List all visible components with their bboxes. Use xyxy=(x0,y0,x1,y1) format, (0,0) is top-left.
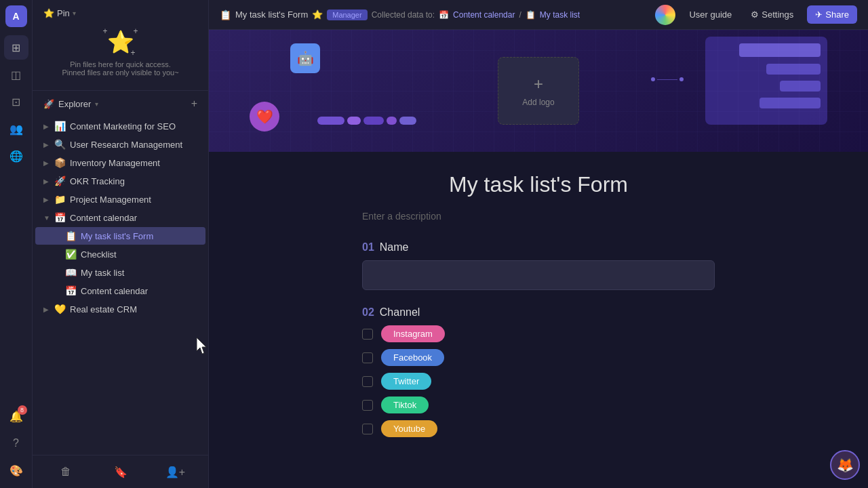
name-input[interactable] xyxy=(362,260,715,290)
item-icon: 📅 xyxy=(65,285,77,296)
icon-sidebar: A ⊞ ◫ ⊡ 👥 🌐 🔔 8 ? 🎨 xyxy=(0,0,33,488)
field-number-01: 01 xyxy=(362,241,374,253)
field-label-name: 01 Name xyxy=(362,241,715,253)
tree-item-label: My task list xyxy=(81,268,124,278)
chevron-down-icon: ▾ xyxy=(95,100,98,108)
field-name-label: Name xyxy=(380,241,409,253)
channel-checkbox-youtube[interactable] xyxy=(362,424,373,434)
field-channel-label: Channel xyxy=(380,306,420,319)
channel-tag-twitter[interactable]: Twitter xyxy=(381,373,431,390)
avatar[interactable]: A xyxy=(5,5,27,27)
settings-button[interactable]: ⚙ Settings xyxy=(745,7,799,22)
tree-item-label: Content Marketing for SEO xyxy=(70,121,176,131)
assistant-avatar[interactable]: 🦊 xyxy=(830,450,860,480)
tree-item-checklist[interactable]: ✅ Checklist xyxy=(35,245,205,263)
explorer-add-button[interactable]: + xyxy=(191,98,197,110)
channel-checkbox-instagram[interactable] xyxy=(362,329,373,340)
arrow-icon: ▶ xyxy=(43,306,52,313)
item-icon: 💛 xyxy=(54,304,66,314)
explorer-header: 🚀 Explorer ▾ + xyxy=(33,91,208,117)
add-user-icon[interactable]: 👤+ xyxy=(165,461,186,483)
form-container: 🤖 ❤️ xyxy=(209,30,868,488)
tree-item-label: OKR Tracking xyxy=(70,176,125,186)
tree-item-content-calendar[interactable]: ▼ 📅 Content calendar xyxy=(35,209,205,226)
nav-color-icon[interactable]: 🎨 xyxy=(4,458,28,483)
pin-star-decoration: ⭐ + + + xyxy=(107,29,134,55)
channel-tag-youtube[interactable]: Youtube xyxy=(381,420,437,437)
form-field-name: 01 Name xyxy=(362,241,715,290)
user-guide-button[interactable]: User guide xyxy=(684,7,737,22)
tree-list: ▶ 📊 Content Marketing for SEO ▶ 🔍 User R… xyxy=(33,117,208,455)
star-icon: ⭐ xyxy=(43,8,54,18)
channel-tag-instagram[interactable]: Instagram xyxy=(381,325,445,342)
pin-section: ⭐ Pin ▾ ⭐ + + + Pin files here for quick… xyxy=(33,0,208,91)
tree-item-okr[interactable]: ▶ 🚀 OKR Tracking xyxy=(35,172,205,190)
item-icon: 📊 xyxy=(54,121,66,131)
field-number-02: 02 xyxy=(362,306,374,319)
tree-item-task-list[interactable]: 📖 My task list xyxy=(35,264,205,281)
explorer-icon: 🚀 xyxy=(43,99,54,109)
form-description-placeholder[interactable]: Enter a description xyxy=(362,208,715,225)
content-calendar-link[interactable]: Content calendar xyxy=(453,10,515,20)
arrow-icon: ▶ xyxy=(43,123,52,130)
channel-item-instagram: Instagram xyxy=(362,325,715,342)
channel-tag-tiktok[interactable]: Tiktok xyxy=(381,396,429,413)
nav-notification-icon[interactable]: 🔔 8 xyxy=(4,404,28,428)
explorer-label: Explorer xyxy=(58,99,91,109)
tree-item-label: Checklist xyxy=(81,249,117,260)
tree-item-inventory[interactable]: ▶ 📦 Inventory Management xyxy=(35,154,205,171)
channel-item-twitter: Twitter xyxy=(362,373,715,390)
item-icon: 🚀 xyxy=(54,176,66,186)
tree-item-content-marketing[interactable]: ▶ 📊 Content Marketing for SEO xyxy=(35,117,205,135)
share-label: Share xyxy=(825,9,849,20)
channel-item-facebook: Facebook xyxy=(362,349,715,366)
task-list-link[interactable]: My task list xyxy=(540,10,580,20)
plus-icon: + xyxy=(534,75,543,94)
tree-item-content-cal-sub[interactable]: 📅 Content calendar xyxy=(35,282,205,300)
nav-globe-icon[interactable]: 🌐 xyxy=(4,144,28,168)
tree-item-label: Content calendar xyxy=(81,286,148,296)
explorer-sidebar: ⭐ Pin ▾ ⭐ + + + Pin files here for quick… xyxy=(33,0,209,488)
channel-tag-facebook[interactable]: Facebook xyxy=(381,349,444,366)
channel-checkbox-tiktok[interactable] xyxy=(362,400,373,411)
item-icon: ✅ xyxy=(65,249,77,260)
channel-list: Instagram Facebook Twitter xyxy=(362,325,715,437)
channel-checkbox-twitter[interactable] xyxy=(362,376,373,387)
item-icon: 📋 xyxy=(65,230,77,241)
explorer-title[interactable]: 🚀 Explorer ▾ xyxy=(43,99,98,109)
tree-item-real-estate[interactable]: ▶ 💛 Real estate CRM xyxy=(35,300,205,318)
calendar-icon: 📅 xyxy=(439,10,449,20)
nav-people-icon[interactable]: 👥 xyxy=(4,117,28,141)
bookmark-icon[interactable]: 🔖 xyxy=(110,461,132,483)
channel-item-tiktok: Tiktok xyxy=(362,396,715,413)
tree-item-label: User Research Management xyxy=(70,140,182,150)
add-logo-button[interactable]: + Add logo xyxy=(498,57,579,125)
pin-header[interactable]: ⭐ Pin ▾ xyxy=(43,8,197,18)
notification-badge: 8 xyxy=(18,405,27,415)
pin-label: Pin xyxy=(57,8,70,18)
tree-item-label: Inventory Management xyxy=(70,158,160,168)
gradient-avatar[interactable] xyxy=(655,5,675,25)
user-guide-label: User guide xyxy=(689,9,732,20)
separator: / xyxy=(519,10,521,20)
share-button[interactable]: ✈ Share xyxy=(807,5,857,24)
channel-checkbox-facebook[interactable] xyxy=(362,352,373,363)
header-left: 📋 My task list's Form ⭐ Manager Collecte… xyxy=(220,9,650,20)
arrow-icon: ▼ xyxy=(43,214,52,222)
tree-item-user-research[interactable]: ▶ 🔍 User Research Management xyxy=(35,136,205,153)
chevron-down-icon: ▾ xyxy=(73,9,76,17)
nav-search-icon[interactable]: ◫ xyxy=(4,62,28,87)
trash-icon[interactable]: 🗑 xyxy=(55,461,77,483)
nav-home-icon[interactable]: ⊞ xyxy=(4,35,28,60)
list-icon: 📋 xyxy=(526,10,536,20)
item-icon: 📖 xyxy=(65,267,77,278)
pin-description1: Pin files here for quick access. xyxy=(70,60,171,68)
nav-help-icon[interactable]: ? xyxy=(4,431,28,455)
favorite-star-icon[interactable]: ⭐ xyxy=(312,9,323,20)
nav-grid-icon[interactable]: ⊡ xyxy=(4,89,28,114)
tree-item-project[interactable]: ▶ 📁 Project Management xyxy=(35,190,205,208)
tree-item-task-form[interactable]: 📋 My task list's Form xyxy=(35,227,205,245)
item-icon: 🔍 xyxy=(54,139,66,150)
tree-item-label: My task list's Form xyxy=(81,231,153,241)
gear-icon: ⚙ xyxy=(751,9,759,20)
